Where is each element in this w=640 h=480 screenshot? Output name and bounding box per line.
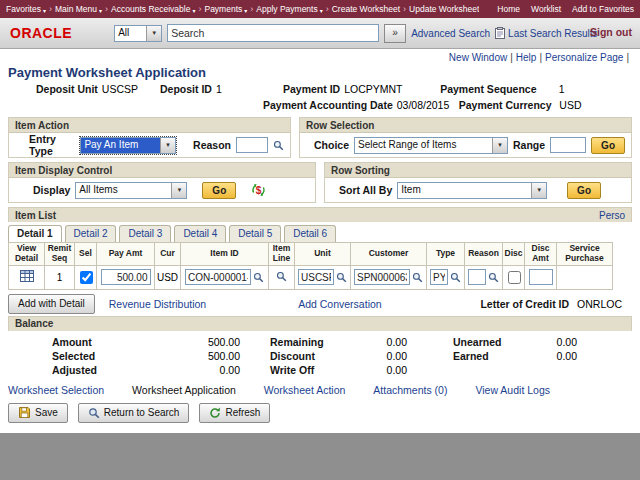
chevron-down-icon[interactable]: ▼ [146,26,161,41]
chevron-down-icon[interactable]: ▼ [160,138,175,153]
return-to-search-button[interactable]: Return to Search [78,403,190,423]
payment-sequence-label: Payment Sequence [440,83,536,95]
payment-sequence-value: 1 [540,83,564,95]
global-search: All ▼ » Advanced Search Last Search Resu… [114,24,597,43]
sort-all-by-select[interactable]: Item ▼ [397,182,547,199]
chevron-down-icon: ▾ [43,7,46,14]
type-lookup-icon[interactable] [450,272,461,283]
adjusted-label: Adjusted [52,363,140,377]
page-utility-links: New Window|Help|Personalize Page| [0,49,640,64]
discount-label: Discount [270,349,342,363]
search-scope-select[interactable]: All ▼ [114,25,162,42]
item-id-lookup-icon[interactable] [253,272,264,283]
reason-lookup-icon[interactable] [273,140,284,151]
amount-value: 500.00 [140,335,240,349]
payment-id-value: LOCPYMNT [344,83,436,95]
reason-input[interactable] [236,137,268,153]
disc-checkbox[interactable] [508,271,521,284]
search-input[interactable] [167,24,379,42]
balance-header: Balance [8,316,632,331]
chevron-down-icon[interactable]: ▼ [492,138,507,153]
add-conversation-link[interactable]: Add Conversation [298,298,381,310]
tab-detail-6[interactable]: Detail 6 [284,225,336,242]
tab-detail-4[interactable]: Detail 4 [174,225,226,242]
choice-select[interactable]: Select Range of Items ▼ [354,137,508,154]
breadcrumb-item-payments[interactable]: Payments▾ [204,4,247,14]
display-go-button[interactable]: Go [202,182,236,199]
col-header-remit-seq: Remit Seq [45,243,75,266]
select-row-checkbox[interactable] [80,271,93,284]
currency-conversion-icon[interactable]: $ [251,183,266,197]
add-with-detail-button[interactable]: Add with Detail [8,294,95,314]
tab-detail-1[interactable]: Detail 1 [8,225,62,242]
row-reason-input[interactable] [468,269,486,285]
breadcrumb-separator: › [326,4,329,14]
chevron-down-icon[interactable]: ▼ [171,183,186,198]
personalize-page-link[interactable]: Personalize Page [545,52,623,63]
remaining-value: 0.00 [342,335,407,349]
display-label: Display [33,184,70,196]
tab-detail-3[interactable]: Detail 3 [119,225,171,242]
home-link[interactable]: Home [497,4,520,14]
last-search-results-link[interactable]: Last Search Results [508,28,598,39]
tab-detail-5[interactable]: Detail 5 [229,225,281,242]
range-go-button[interactable]: Go [591,137,625,154]
disc-amt-input[interactable] [529,269,553,285]
customer-lookup-icon[interactable] [412,272,423,283]
entry-type-label: Entry Type [29,133,75,157]
chevron-down-icon[interactable]: ▼ [531,183,546,198]
col-header-type: Type [427,243,465,266]
refresh-button[interactable]: Refresh [199,403,270,423]
revenue-distribution-link[interactable]: Revenue Distribution [109,298,206,310]
breadcrumb-item-favorites[interactable]: Favorites▾ [6,4,46,14]
write-off-value: 0.00 [342,363,407,377]
breadcrumb-item-update-worksheet[interactable]: Update Worksheet [409,4,479,14]
unit-lookup-icon[interactable] [336,272,347,283]
header-bar: ORACLE All ▼ » Advanced Search Last Sear… [0,18,640,49]
worksheet-application-current: Worksheet Application [132,384,236,396]
row-reason-lookup-icon[interactable] [488,272,499,283]
breadcrumb-item-create-worksheet[interactable]: Create Worksheet [332,4,400,14]
worklist-link[interactable]: Worklist [531,4,561,14]
range-input[interactable] [550,137,586,153]
sort-go-button[interactable]: Go [567,182,601,199]
payment-accounting-date-value: 03/08/2015 [397,99,455,111]
display-select[interactable]: All Items ▼ [75,182,187,199]
customer-input[interactable] [354,269,410,285]
unit-input[interactable] [298,269,334,285]
pay-amt-input[interactable] [101,269,151,285]
item-display-control-groupbox: Item Display Control Display All Items ▼… [8,162,316,203]
item-line-lookup-icon[interactable] [276,271,287,282]
personalize-link[interactable]: Personalize [599,210,625,221]
advanced-search-link[interactable]: Advanced Search [411,28,490,39]
view-detail-icon[interactable] [20,270,34,282]
payment-accounting-date-label: Payment Accounting Date [263,99,393,111]
earned-label: Earned [453,349,519,363]
worksheet-selection-link[interactable]: Worksheet Selection [8,384,104,396]
col-header-disc-amt: Disc Amt [525,243,557,266]
add-to-favorites-link[interactable]: Add to Favorites [572,4,634,14]
breadcrumb-item-main-menu[interactable]: Main Menu▾ [55,4,102,14]
breadcrumb: Favorites▾ › Main Menu▾ › Accounts Recei… [6,4,479,14]
attachments-link[interactable]: Attachments (0) [373,384,447,396]
help-link[interactable]: Help [516,52,537,63]
entry-type-select[interactable]: Pay An Item ▼ [80,137,176,154]
application-window: Favorites▾ › Main Menu▾ › Accounts Recei… [0,0,640,433]
view-audit-logs-link[interactable]: View Audit Logs [475,384,550,396]
new-window-link[interactable]: New Window [449,52,507,63]
breadcrumb-item-accounts-receivable[interactable]: Accounts Receivable▾ [111,4,195,14]
breadcrumb-item-apply-payments[interactable]: Apply Payments▾ [256,4,322,14]
breadcrumb-separator: › [403,4,406,14]
unearned-label: Unearned [453,335,519,349]
save-button[interactable]: Save [8,403,68,423]
sort-all-by-label: Sort All By [339,184,392,196]
worksheet-action-link[interactable]: Worksheet Action [264,384,346,396]
tab-detail-2[interactable]: Detail 2 [65,225,117,242]
search-go-button[interactable]: » [384,24,406,43]
breadcrumb-separator: › [198,4,201,14]
type-input[interactable] [430,269,448,285]
balance-body: Amount500.00 Remaining0.00 Unearned0.00 … [0,331,640,379]
sign-out-link[interactable]: Sign out [590,26,632,38]
breadcrumb-bar: Favorites▾ › Main Menu▾ › Accounts Recei… [0,0,640,18]
item-id-input[interactable] [185,269,251,285]
